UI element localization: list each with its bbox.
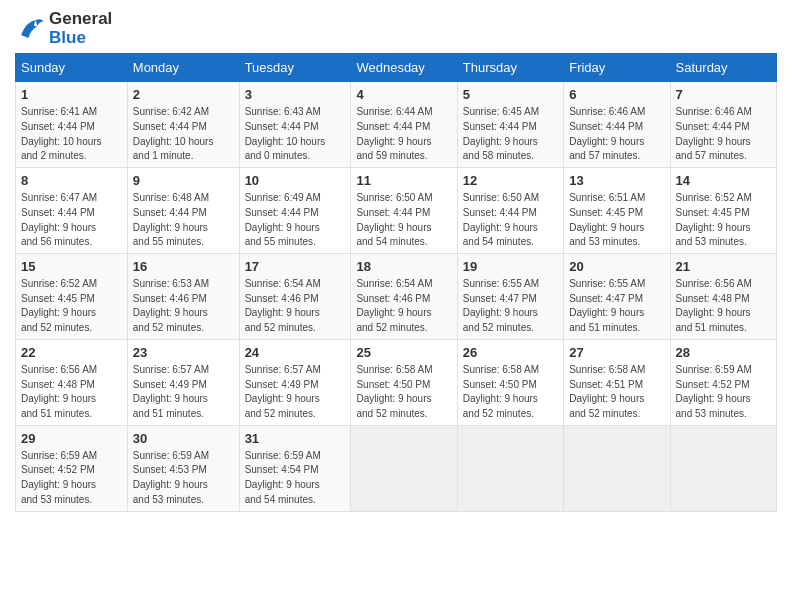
week-row-5: 29Sunrise: 6:59 AMSunset: 4:52 PMDayligh…	[16, 426, 777, 512]
day-cell: 19Sunrise: 6:55 AMSunset: 4:47 PMDayligh…	[457, 254, 563, 340]
day-info: Sunrise: 6:58 AMSunset: 4:50 PMDaylight:…	[463, 364, 539, 420]
day-info: Sunrise: 6:54 AMSunset: 4:46 PMDaylight:…	[245, 278, 321, 334]
day-number: 11	[356, 172, 451, 190]
header-cell-tuesday: Tuesday	[239, 54, 351, 82]
day-number: 27	[569, 344, 664, 362]
day-cell: 20Sunrise: 6:55 AMSunset: 4:47 PMDayligh…	[564, 254, 670, 340]
day-number: 3	[245, 86, 346, 104]
day-cell: 11Sunrise: 6:50 AMSunset: 4:44 PMDayligh…	[351, 168, 457, 254]
day-number: 19	[463, 258, 558, 276]
day-info: Sunrise: 6:46 AMSunset: 4:44 PMDaylight:…	[569, 106, 645, 162]
day-info: Sunrise: 6:55 AMSunset: 4:47 PMDaylight:…	[569, 278, 645, 334]
day-info: Sunrise: 6:55 AMSunset: 4:47 PMDaylight:…	[463, 278, 539, 334]
day-number: 7	[676, 86, 771, 104]
header-cell-thursday: Thursday	[457, 54, 563, 82]
week-row-3: 15Sunrise: 6:52 AMSunset: 4:45 PMDayligh…	[16, 254, 777, 340]
calendar-table: SundayMondayTuesdayWednesdayThursdayFrid…	[15, 53, 777, 512]
day-number: 15	[21, 258, 122, 276]
day-cell: 14Sunrise: 6:52 AMSunset: 4:45 PMDayligh…	[670, 168, 776, 254]
day-info: Sunrise: 6:47 AMSunset: 4:44 PMDaylight:…	[21, 192, 97, 248]
day-number: 16	[133, 258, 234, 276]
day-info: Sunrise: 6:50 AMSunset: 4:44 PMDaylight:…	[356, 192, 432, 248]
day-cell: 17Sunrise: 6:54 AMSunset: 4:46 PMDayligh…	[239, 254, 351, 340]
day-number: 24	[245, 344, 346, 362]
day-info: Sunrise: 6:58 AMSunset: 4:50 PMDaylight:…	[356, 364, 432, 420]
day-cell	[457, 426, 563, 512]
day-cell: 6Sunrise: 6:46 AMSunset: 4:44 PMDaylight…	[564, 82, 670, 168]
day-info: Sunrise: 6:49 AMSunset: 4:44 PMDaylight:…	[245, 192, 321, 248]
header-cell-saturday: Saturday	[670, 54, 776, 82]
day-cell: 21Sunrise: 6:56 AMSunset: 4:48 PMDayligh…	[670, 254, 776, 340]
day-cell: 23Sunrise: 6:57 AMSunset: 4:49 PMDayligh…	[127, 340, 239, 426]
day-info: Sunrise: 6:53 AMSunset: 4:46 PMDaylight:…	[133, 278, 209, 334]
day-cell: 25Sunrise: 6:58 AMSunset: 4:50 PMDayligh…	[351, 340, 457, 426]
header-cell-monday: Monday	[127, 54, 239, 82]
day-cell: 26Sunrise: 6:58 AMSunset: 4:50 PMDayligh…	[457, 340, 563, 426]
day-cell	[564, 426, 670, 512]
day-number: 14	[676, 172, 771, 190]
day-cell: 13Sunrise: 6:51 AMSunset: 4:45 PMDayligh…	[564, 168, 670, 254]
header-cell-sunday: Sunday	[16, 54, 128, 82]
day-cell: 1Sunrise: 6:41 AMSunset: 4:44 PMDaylight…	[16, 82, 128, 168]
day-number: 25	[356, 344, 451, 362]
day-info: Sunrise: 6:42 AMSunset: 4:44 PMDaylight:…	[133, 106, 214, 162]
header-area: General Blue	[15, 10, 777, 47]
day-number: 20	[569, 258, 664, 276]
day-cell: 28Sunrise: 6:59 AMSunset: 4:52 PMDayligh…	[670, 340, 776, 426]
day-cell: 27Sunrise: 6:58 AMSunset: 4:51 PMDayligh…	[564, 340, 670, 426]
header-cell-wednesday: Wednesday	[351, 54, 457, 82]
day-cell: 10Sunrise: 6:49 AMSunset: 4:44 PMDayligh…	[239, 168, 351, 254]
day-number: 31	[245, 430, 346, 448]
day-info: Sunrise: 6:54 AMSunset: 4:46 PMDaylight:…	[356, 278, 432, 334]
day-info: Sunrise: 6:56 AMSunset: 4:48 PMDaylight:…	[21, 364, 97, 420]
day-cell: 18Sunrise: 6:54 AMSunset: 4:46 PMDayligh…	[351, 254, 457, 340]
page-container: General Blue SundayMondayTuesdayWednesda…	[0, 0, 792, 517]
day-cell: 24Sunrise: 6:57 AMSunset: 4:49 PMDayligh…	[239, 340, 351, 426]
week-row-2: 8Sunrise: 6:47 AMSunset: 4:44 PMDaylight…	[16, 168, 777, 254]
day-info: Sunrise: 6:52 AMSunset: 4:45 PMDaylight:…	[676, 192, 752, 248]
day-cell: 31Sunrise: 6:59 AMSunset: 4:54 PMDayligh…	[239, 426, 351, 512]
day-cell: 15Sunrise: 6:52 AMSunset: 4:45 PMDayligh…	[16, 254, 128, 340]
day-number: 2	[133, 86, 234, 104]
day-number: 22	[21, 344, 122, 362]
day-number: 18	[356, 258, 451, 276]
day-number: 21	[676, 258, 771, 276]
day-number: 17	[245, 258, 346, 276]
day-cell: 7Sunrise: 6:46 AMSunset: 4:44 PMDaylight…	[670, 82, 776, 168]
day-number: 29	[21, 430, 122, 448]
day-cell: 8Sunrise: 6:47 AMSunset: 4:44 PMDaylight…	[16, 168, 128, 254]
day-info: Sunrise: 6:44 AMSunset: 4:44 PMDaylight:…	[356, 106, 432, 162]
day-info: Sunrise: 6:59 AMSunset: 4:52 PMDaylight:…	[676, 364, 752, 420]
day-cell: 22Sunrise: 6:56 AMSunset: 4:48 PMDayligh…	[16, 340, 128, 426]
day-number: 1	[21, 86, 122, 104]
day-info: Sunrise: 6:51 AMSunset: 4:45 PMDaylight:…	[569, 192, 645, 248]
day-cell: 9Sunrise: 6:48 AMSunset: 4:44 PMDaylight…	[127, 168, 239, 254]
day-number: 5	[463, 86, 558, 104]
day-info: Sunrise: 6:56 AMSunset: 4:48 PMDaylight:…	[676, 278, 752, 334]
day-info: Sunrise: 6:59 AMSunset: 4:52 PMDaylight:…	[21, 450, 97, 506]
header-row: SundayMondayTuesdayWednesdayThursdayFrid…	[16, 54, 777, 82]
day-info: Sunrise: 6:46 AMSunset: 4:44 PMDaylight:…	[676, 106, 752, 162]
day-cell: 29Sunrise: 6:59 AMSunset: 4:52 PMDayligh…	[16, 426, 128, 512]
day-cell: 30Sunrise: 6:59 AMSunset: 4:53 PMDayligh…	[127, 426, 239, 512]
day-info: Sunrise: 6:58 AMSunset: 4:51 PMDaylight:…	[569, 364, 645, 420]
day-cell: 5Sunrise: 6:45 AMSunset: 4:44 PMDaylight…	[457, 82, 563, 168]
week-row-1: 1Sunrise: 6:41 AMSunset: 4:44 PMDaylight…	[16, 82, 777, 168]
day-info: Sunrise: 6:57 AMSunset: 4:49 PMDaylight:…	[245, 364, 321, 420]
logo: General Blue	[15, 10, 112, 47]
day-number: 26	[463, 344, 558, 362]
day-number: 23	[133, 344, 234, 362]
day-info: Sunrise: 6:57 AMSunset: 4:49 PMDaylight:…	[133, 364, 209, 420]
day-info: Sunrise: 6:45 AMSunset: 4:44 PMDaylight:…	[463, 106, 539, 162]
day-cell: 3Sunrise: 6:43 AMSunset: 4:44 PMDaylight…	[239, 82, 351, 168]
day-cell: 2Sunrise: 6:42 AMSunset: 4:44 PMDaylight…	[127, 82, 239, 168]
day-number: 13	[569, 172, 664, 190]
day-number: 12	[463, 172, 558, 190]
day-info: Sunrise: 6:50 AMSunset: 4:44 PMDaylight:…	[463, 192, 539, 248]
day-cell: 12Sunrise: 6:50 AMSunset: 4:44 PMDayligh…	[457, 168, 563, 254]
day-cell: 16Sunrise: 6:53 AMSunset: 4:46 PMDayligh…	[127, 254, 239, 340]
day-number: 10	[245, 172, 346, 190]
day-cell	[351, 426, 457, 512]
logo-icon	[15, 14, 45, 44]
day-number: 6	[569, 86, 664, 104]
